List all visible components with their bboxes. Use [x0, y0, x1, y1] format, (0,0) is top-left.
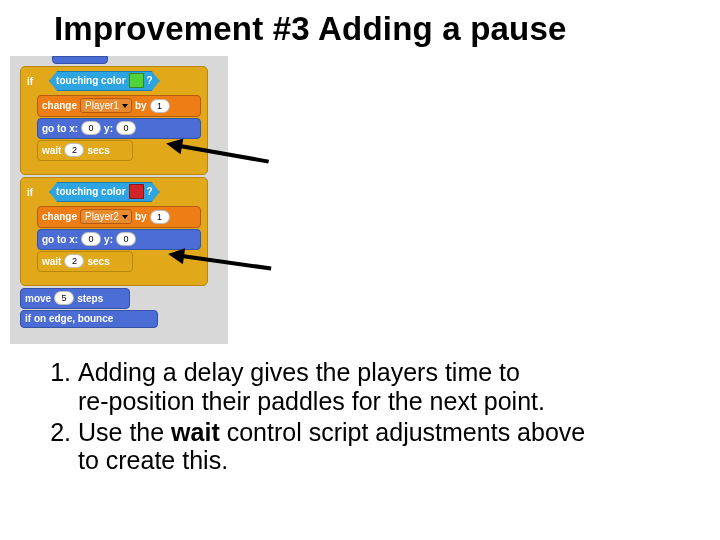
steps-input[interactable]: 5 — [54, 291, 74, 305]
text: to create this. — [78, 446, 228, 474]
text: Use the — [78, 418, 171, 446]
wait-secs-input[interactable]: 2 — [64, 143, 84, 157]
wait-block-2[interactable]: wait 2 secs — [37, 251, 133, 272]
wait-secs-input[interactable]: 2 — [64, 254, 84, 268]
move-label: move — [25, 293, 51, 304]
text: Adding a delay gives the players time to — [78, 358, 520, 386]
change-var-block-2[interactable]: change Player2 by 1 — [37, 206, 201, 228]
by-label: by — [135, 100, 147, 111]
goto-label: go to x: — [42, 234, 78, 245]
color-swatch-green[interactable] — [129, 73, 144, 88]
sensing-label: touching color — [56, 75, 125, 86]
y-input[interactable]: 0 — [116, 232, 136, 246]
color-swatch-red[interactable] — [129, 184, 144, 199]
bounce-label: if on edge, bounce — [25, 313, 113, 324]
if-on-edge-bounce-block[interactable]: if on edge, bounce — [20, 310, 158, 328]
sensing-label: touching color — [56, 186, 125, 197]
bold-wait: wait — [171, 418, 220, 446]
change-var-block-1[interactable]: change Player1 by 1 — [37, 95, 201, 117]
touching-color-sensor-1[interactable]: touching color ? — [49, 71, 160, 91]
question-mark: ? — [147, 75, 153, 86]
by-value-input[interactable]: 1 — [150, 210, 170, 224]
page-title: Improvement #3 Adding a pause — [0, 0, 720, 58]
by-value-input[interactable]: 1 — [150, 99, 170, 113]
scratch-script-area: if touching color ? change Player1 by 1 … — [10, 56, 228, 344]
secs-label: secs — [87, 145, 109, 156]
goto-xy-block-1[interactable]: go to x: 0 y: 0 — [37, 118, 201, 139]
change-label: change — [42, 100, 77, 111]
question-mark: ? — [147, 186, 153, 197]
by-label: by — [135, 211, 147, 222]
goto-label: go to x: — [42, 123, 78, 134]
if-block-2[interactable]: if touching color ? change Player2 by 1 … — [20, 177, 208, 286]
body-text: Adding a delay gives the players time to… — [40, 358, 688, 477]
wait-label: wait — [42, 145, 61, 156]
x-input[interactable]: 0 — [81, 121, 101, 135]
y-label: y: — [104, 234, 113, 245]
secs-label: secs — [87, 256, 109, 267]
touching-color-sensor-2[interactable]: touching color ? — [49, 182, 160, 202]
if-keyword: if — [27, 187, 33, 198]
text: re-position their paddles for the next p… — [78, 387, 545, 415]
if-block-1[interactable]: if touching color ? change Player1 by 1 … — [20, 66, 208, 175]
wait-block-1[interactable]: wait 2 secs — [37, 140, 133, 161]
steps-label: steps — [77, 293, 103, 304]
list-item: Adding a delay gives the players time to… — [78, 358, 688, 416]
change-label: change — [42, 211, 77, 222]
var-dropdown-player2[interactable]: Player2 — [80, 209, 132, 224]
text: control script adjustments above — [220, 418, 585, 446]
if-keyword: if — [27, 76, 33, 87]
x-input[interactable]: 0 — [81, 232, 101, 246]
y-input[interactable]: 0 — [116, 121, 136, 135]
var-dropdown-player1[interactable]: Player1 — [80, 98, 132, 113]
y-label: y: — [104, 123, 113, 134]
move-steps-block[interactable]: move 5 steps — [20, 288, 130, 309]
wait-label: wait — [42, 256, 61, 267]
block-fragment — [52, 56, 108, 64]
list-item: Use the wait control script adjustments … — [78, 418, 688, 476]
